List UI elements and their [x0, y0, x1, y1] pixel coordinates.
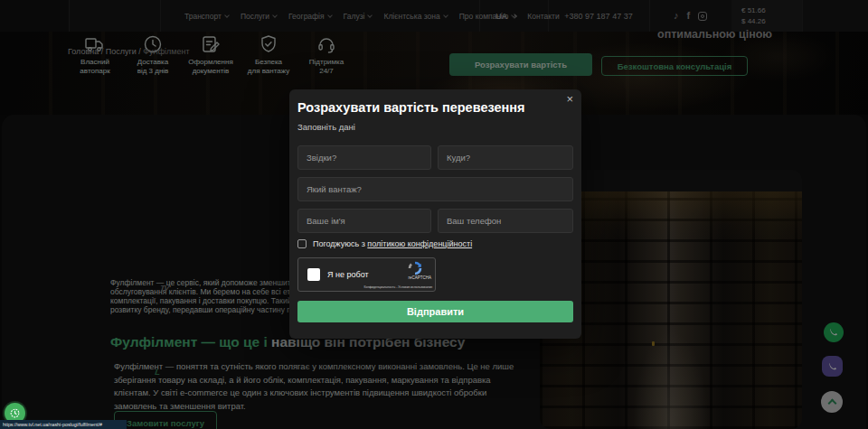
to-input[interactable]: [438, 145, 573, 170]
cargo-input[interactable]: [297, 177, 573, 201]
clock-callback-icon: [9, 407, 21, 419]
status-url: https://www.tvl.net.ua/nashi-poslugi/ful…: [3, 422, 102, 427]
cost-calculation-modal: × Розрахувати вартість перевезення Запов…: [289, 89, 581, 339]
name-input[interactable]: [297, 209, 431, 233]
recaptcha-privacy-links[interactable]: Конфиденциальность - Условия использован…: [363, 285, 432, 289]
consent-row: Погоджуюсь з політикою конфіденційності: [297, 239, 472, 248]
close-icon[interactable]: ×: [566, 93, 573, 105]
submit-button[interactable]: Відправити: [297, 301, 573, 322]
recaptcha-icon: [408, 261, 422, 275]
consent-checkbox[interactable]: [297, 239, 307, 248]
privacy-policy-link[interactable]: політикою конфіденційності: [367, 239, 472, 248]
from-input[interactable]: [297, 145, 431, 170]
modal-subtitle: Заповніть дані: [297, 122, 355, 132]
phone-input[interactable]: [438, 209, 573, 233]
modal-title: Розрахувати вартість перевезення: [297, 100, 525, 115]
page: TVL Транспорт Послуги Географія Галузі К…: [0, 0, 868, 429]
browser-status-bar: https://www.tvl.net.ua/nashi-poslugi/ful…: [0, 420, 127, 429]
recaptcha-brand: reCAPTCHA: [408, 275, 431, 280]
recaptcha-label: Я не робот: [327, 270, 369, 279]
recaptcha-checkbox[interactable]: [307, 268, 320, 281]
recaptcha-widget: Я не робот reCAPTCHA Конфиденциальность …: [297, 257, 436, 292]
